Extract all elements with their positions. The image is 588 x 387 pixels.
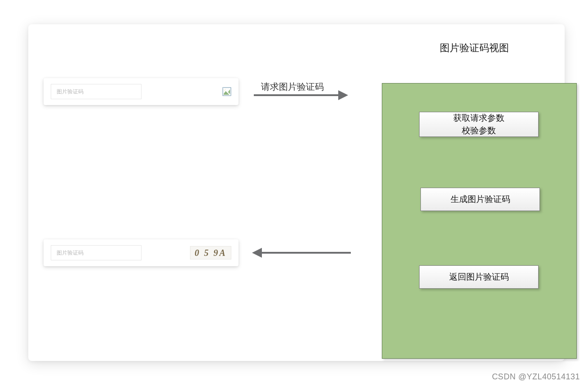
step1-line1: 获取请求参数 [453, 112, 504, 125]
captcha-card-request: 图片验证码 [44, 78, 239, 105]
broken-image-icon [222, 87, 231, 96]
step2-text: 生成图片验证码 [451, 193, 510, 206]
captcha-view-panel: 获取请求参数 校验参数 生成图片验证码 返回图片验证码 [382, 83, 577, 359]
step-box-validate: 获取请求参数 校验参数 [419, 112, 539, 137]
captcha-card-response: 图片验证码 0 5 9A [44, 239, 239, 266]
view-title: 图片验证码视图 [414, 41, 535, 55]
captcha-placeholder-top: 图片验证码 [57, 88, 84, 96]
arrow-response-head [252, 248, 262, 258]
arrow-response-line [262, 252, 351, 254]
watermark-text: CSDN @YZL40514131 [492, 372, 580, 382]
step-box-generate: 生成图片验证码 [420, 188, 540, 211]
captcha-input-bottom[interactable]: 图片验证码 [51, 245, 141, 260]
arrow-request-head [338, 90, 348, 100]
diagram-canvas: 图片验证码 图片验证码 0 5 9A 请求图片验证码 图片验证码视图 获取 [28, 24, 565, 361]
step3-text: 返回图片验证码 [449, 271, 509, 284]
arrow-request-line [254, 94, 339, 96]
step1-line2: 校验参数 [462, 124, 496, 137]
captcha-image[interactable]: 0 5 9A [190, 246, 231, 259]
captcha-placeholder-bottom: 图片验证码 [57, 249, 84, 257]
arrow-request-label: 请求图片验证码 [261, 81, 324, 93]
captcha-noise [190, 246, 231, 259]
step-box-return: 返回图片验证码 [419, 265, 539, 289]
captcha-input-top[interactable]: 图片验证码 [51, 84, 141, 99]
